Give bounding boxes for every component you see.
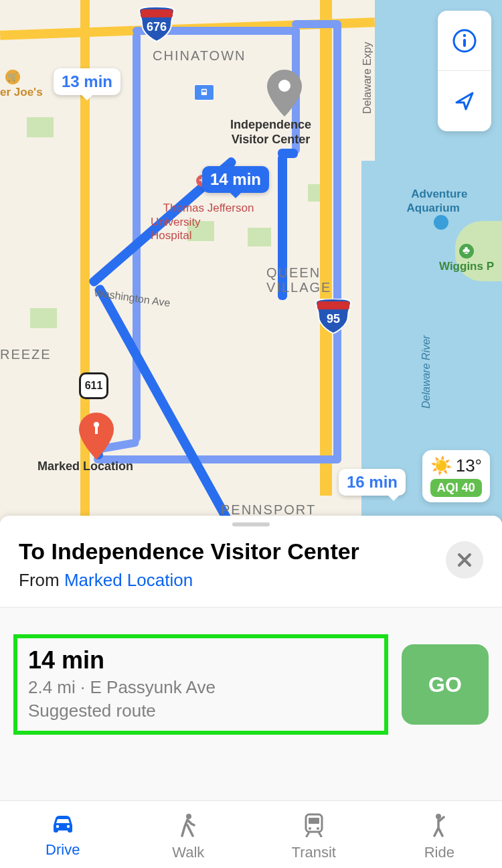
locate-button[interactable] [438,71,491,131]
svg-point-6 [278,80,290,92]
transport-mode-tabs: Drive Walk Transit Ride [0,800,502,868]
sheet-subtitle: From Marked Location [19,570,446,591]
map-canvas[interactable]: CHINATOWN QUEEN VILLAGE PENNSPORT REEZE … [0,0,502,522]
svg-rect-5 [202,90,206,92]
mode-tab-transit[interactable]: Transit [251,813,377,861]
destination-label: Independence Visitor Center [230,118,311,147]
close-button[interactable] [446,541,483,579]
svg-point-14 [186,814,191,819]
svg-rect-8 [95,425,98,434]
svg-rect-2 [317,301,349,309]
temperature: 13° [456,455,482,476]
aquarium-label: Adventure Aquarium [399,174,467,244]
route-time-badge-selected[interactable]: 14 min [202,166,269,193]
mode-tab-ride[interactable]: Ride [377,813,503,861]
directions-sheet[interactable]: To Independence Visitor Center From Mark… [0,516,502,868]
route-note: Suggested route [28,701,373,721]
svg-point-17 [309,827,311,830]
marked-location-pin-icon[interactable] [79,413,114,447]
transit-icon [303,813,325,837]
map-controls [438,11,491,131]
svg-rect-11 [463,39,466,47]
svg-point-13 [67,825,70,828]
car-icon [50,813,76,835]
svg-point-18 [317,827,319,830]
svg-rect-16 [309,818,319,824]
interstate-676-shield: 676 [138,7,175,42]
mode-tab-drive[interactable]: Drive [0,813,126,861]
route-selected [94,283,264,522]
svg-text:676: 676 [147,20,167,33]
marked-location-label: Marked Location [37,459,133,474]
route-list: 14 min 2.4 mi · E Passyunk Ave Suggested… [0,607,502,800]
area-label: REEZE [0,347,52,362]
walk-icon [178,813,198,837]
svg-point-12 [56,825,59,828]
info-icon [451,27,478,54]
route-time-badge[interactable]: 16 min [339,469,406,496]
route-card-selected[interactable]: 14 min 2.4 mi · E Passyunk Ave Suggested… [13,634,388,735]
river-2 [361,161,388,522]
mode-tab-walk[interactable]: Walk [126,813,252,861]
svg-rect-0 [141,9,173,17]
route-selected [278,149,298,158]
river-label: Delaware River [420,336,432,409]
area-label: QUEEN VILLAGE [266,265,331,295]
route-time: 14 min [28,646,373,674]
info-button[interactable] [438,11,491,71]
close-icon [456,552,473,568]
transit-sign-icon [194,84,214,100]
route-611-shield: 611 [79,372,108,399]
weather-chip[interactable]: ☀️ 13° AQI 40 [422,450,490,502]
svg-point-19 [436,814,441,819]
store-label: 🛒 er Joe's [0,86,43,99]
highway [320,0,332,496]
route-alt-2 [292,20,341,28]
park-label: ♣ Wiggins P [439,244,494,273]
route-via: 2.4 mi · E Passyunk Ave [28,677,373,698]
sheet-title: To Independence Visitor Center [19,538,446,565]
interstate-95-shield: 95 [315,299,352,334]
street-label: Delaware Expy [361,42,373,114]
svg-point-10 [463,33,466,36]
route-time-badge[interactable]: 13 min [54,68,120,95]
ride-icon [429,813,449,837]
hospital-label: + Thomas Jefferson University Hospital [151,147,254,257]
sheet-header: To Independence Visitor Center From Mark… [0,530,502,607]
aqi-badge: AQI 40 [430,479,482,497]
go-button[interactable]: GO [402,644,489,725]
sheet-grabber[interactable] [232,522,270,526]
location-arrow-icon [451,88,478,115]
park-block [27,117,54,137]
destination-pin-icon[interactable] [267,70,302,117]
from-location-link[interactable]: Marked Location [64,570,193,590]
sun-icon: ☀️ [430,455,452,476]
park-block [30,308,57,328]
area-label: CHINATOWN [153,48,246,64]
route-alt-2 [333,23,341,462]
svg-text:95: 95 [327,312,340,326]
